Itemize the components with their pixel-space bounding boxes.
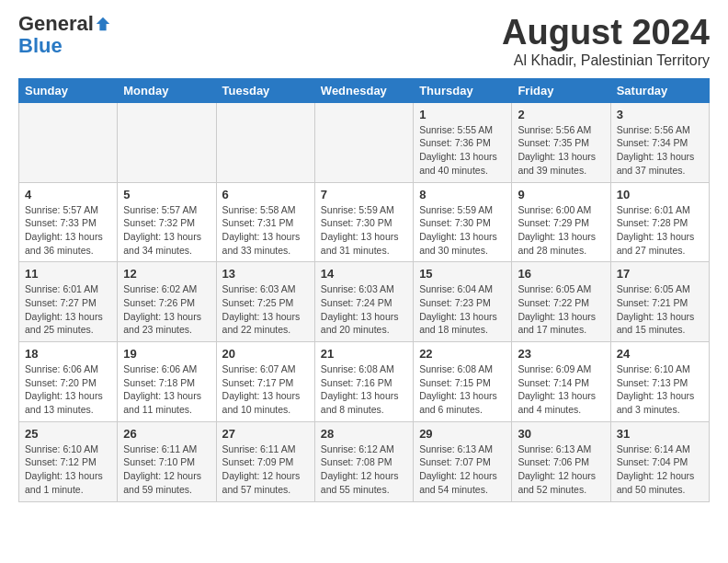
calendar-cell: 14Sunrise: 6:03 AM Sunset: 7:24 PM Dayli… — [314, 262, 413, 342]
day-info: Sunrise: 6:14 AM Sunset: 7:04 PM Dayligh… — [617, 442, 703, 497]
day-info: Sunrise: 5:58 AM Sunset: 7:31 PM Dayligh… — [222, 203, 309, 258]
day-info: Sunrise: 6:08 AM Sunset: 7:15 PM Dayligh… — [419, 362, 506, 417]
calendar-week-row: 4Sunrise: 5:57 AM Sunset: 7:33 PM Daylig… — [19, 182, 710, 262]
calendar-cell: 26Sunrise: 6:11 AM Sunset: 7:10 PM Dayli… — [118, 421, 216, 501]
day-number: 30 — [518, 427, 604, 441]
day-number: 13 — [222, 267, 309, 281]
weekday-header-monday: Monday — [118, 78, 216, 102]
calendar-cell: 9Sunrise: 6:00 AM Sunset: 7:29 PM Daylig… — [512, 182, 610, 262]
day-info: Sunrise: 5:56 AM Sunset: 7:35 PM Dayligh… — [518, 123, 604, 178]
day-number: 31 — [617, 427, 703, 441]
day-info: Sunrise: 6:08 AM Sunset: 7:16 PM Dayligh… — [321, 362, 407, 417]
day-info: Sunrise: 6:12 AM Sunset: 7:08 PM Dayligh… — [321, 442, 407, 497]
svg-marker-0 — [97, 17, 109, 30]
calendar-cell: 13Sunrise: 6:03 AM Sunset: 7:25 PM Dayli… — [216, 262, 314, 342]
calendar-week-row: 11Sunrise: 6:01 AM Sunset: 7:27 PM Dayli… — [19, 262, 710, 342]
calendar-cell: 27Sunrise: 6:11 AM Sunset: 7:09 PM Dayli… — [216, 421, 314, 501]
calendar-cell: 7Sunrise: 5:59 AM Sunset: 7:30 PM Daylig… — [314, 182, 413, 262]
calendar-cell: 12Sunrise: 6:02 AM Sunset: 7:26 PM Dayli… — [118, 262, 216, 342]
weekday-header-thursday: Thursday — [414, 78, 512, 102]
day-info: Sunrise: 5:55 AM Sunset: 7:36 PM Dayligh… — [419, 123, 506, 178]
calendar-week-row: 1Sunrise: 5:55 AM Sunset: 7:36 PM Daylig… — [19, 102, 710, 182]
calendar-cell: 23Sunrise: 6:09 AM Sunset: 7:14 PM Dayli… — [512, 342, 610, 422]
calendar-cell: 2Sunrise: 5:56 AM Sunset: 7:35 PM Daylig… — [512, 102, 610, 182]
weekday-header-tuesday: Tuesday — [216, 78, 314, 102]
calendar-cell: 29Sunrise: 6:13 AM Sunset: 7:07 PM Dayli… — [414, 421, 512, 501]
day-info: Sunrise: 6:05 AM Sunset: 7:21 PM Dayligh… — [617, 282, 703, 337]
calendar-cell — [118, 102, 216, 182]
day-info: Sunrise: 6:04 AM Sunset: 7:23 PM Dayligh… — [419, 282, 506, 337]
weekday-header-wednesday: Wednesday — [314, 78, 413, 102]
calendar-table: SundayMondayTuesdayWednesdayThursdayFrid… — [18, 78, 710, 502]
weekday-header-friday: Friday — [512, 78, 610, 102]
logo-blue-text: Blue — [18, 34, 63, 58]
day-number: 10 — [617, 188, 703, 201]
calendar-cell — [216, 102, 314, 182]
day-number: 20 — [222, 347, 309, 361]
day-number: 24 — [617, 347, 703, 361]
day-info: Sunrise: 6:10 AM Sunset: 7:13 PM Dayligh… — [617, 362, 703, 417]
day-number: 16 — [518, 267, 604, 281]
day-info: Sunrise: 6:06 AM Sunset: 7:18 PM Dayligh… — [123, 362, 210, 417]
day-number: 23 — [518, 347, 604, 361]
day-number: 17 — [617, 267, 703, 281]
day-info: Sunrise: 5:56 AM Sunset: 7:34 PM Dayligh… — [617, 123, 703, 178]
day-info: Sunrise: 5:59 AM Sunset: 7:30 PM Dayligh… — [321, 203, 407, 258]
day-info: Sunrise: 6:01 AM Sunset: 7:28 PM Dayligh… — [617, 203, 703, 258]
weekday-header-sunday: Sunday — [19, 78, 118, 102]
day-number: 4 — [25, 188, 111, 201]
day-number: 27 — [222, 427, 309, 441]
calendar-cell: 30Sunrise: 6:13 AM Sunset: 7:06 PM Dayli… — [512, 421, 610, 501]
calendar-cell: 18Sunrise: 6:06 AM Sunset: 7:20 PM Dayli… — [19, 342, 118, 422]
weekday-header-saturday: Saturday — [610, 78, 709, 102]
day-info: Sunrise: 6:05 AM Sunset: 7:22 PM Dayligh… — [518, 282, 604, 337]
day-info: Sunrise: 6:10 AM Sunset: 7:12 PM Dayligh… — [25, 442, 111, 497]
calendar-cell: 24Sunrise: 6:10 AM Sunset: 7:13 PM Dayli… — [610, 342, 709, 422]
day-info: Sunrise: 6:13 AM Sunset: 7:06 PM Dayligh… — [518, 442, 604, 497]
day-info: Sunrise: 5:57 AM Sunset: 7:33 PM Dayligh… — [25, 203, 111, 258]
calendar-cell: 8Sunrise: 5:59 AM Sunset: 7:30 PM Daylig… — [414, 182, 512, 262]
calendar-cell: 19Sunrise: 6:06 AM Sunset: 7:18 PM Dayli… — [118, 342, 216, 422]
day-number: 14 — [321, 267, 407, 281]
header: General Blue August 2024 Al Khadir, Pale… — [18, 14, 710, 69]
day-number: 9 — [518, 188, 604, 201]
day-number: 29 — [419, 427, 506, 441]
day-number: 1 — [419, 108, 506, 121]
calendar-cell — [19, 102, 118, 182]
calendar-cell: 28Sunrise: 6:12 AM Sunset: 7:08 PM Dayli… — [314, 421, 413, 501]
calendar-cell: 20Sunrise: 6:07 AM Sunset: 7:17 PM Dayli… — [216, 342, 314, 422]
day-number: 7 — [321, 188, 407, 201]
day-info: Sunrise: 6:13 AM Sunset: 7:07 PM Dayligh… — [419, 442, 506, 497]
day-number: 2 — [518, 108, 604, 121]
calendar-week-row: 18Sunrise: 6:06 AM Sunset: 7:20 PM Dayli… — [19, 342, 710, 422]
day-number: 21 — [321, 347, 407, 361]
month-title: August 2024 — [502, 14, 710, 52]
day-info: Sunrise: 5:57 AM Sunset: 7:32 PM Dayligh… — [123, 203, 210, 258]
day-info: Sunrise: 6:06 AM Sunset: 7:20 PM Dayligh… — [25, 362, 111, 417]
calendar-cell: 17Sunrise: 6:05 AM Sunset: 7:21 PM Dayli… — [610, 262, 709, 342]
day-info: Sunrise: 5:59 AM Sunset: 7:30 PM Dayligh… — [419, 203, 506, 258]
calendar-cell: 5Sunrise: 5:57 AM Sunset: 7:32 PM Daylig… — [118, 182, 216, 262]
calendar-cell: 22Sunrise: 6:08 AM Sunset: 7:15 PM Dayli… — [414, 342, 512, 422]
day-number: 22 — [419, 347, 506, 361]
day-info: Sunrise: 6:03 AM Sunset: 7:24 PM Dayligh… — [321, 282, 407, 337]
logo: General Blue — [18, 14, 111, 58]
calendar-cell: 1Sunrise: 5:55 AM Sunset: 7:36 PM Daylig… — [414, 102, 512, 182]
day-number: 6 — [222, 188, 309, 201]
day-info: Sunrise: 6:09 AM Sunset: 7:14 PM Dayligh… — [518, 362, 604, 417]
calendar-cell: 4Sunrise: 5:57 AM Sunset: 7:33 PM Daylig… — [19, 182, 118, 262]
calendar-cell: 16Sunrise: 6:05 AM Sunset: 7:22 PM Dayli… — [512, 262, 610, 342]
day-info: Sunrise: 6:07 AM Sunset: 7:17 PM Dayligh… — [222, 362, 309, 417]
calendar-cell: 31Sunrise: 6:14 AM Sunset: 7:04 PM Dayli… — [610, 421, 709, 501]
day-number: 19 — [123, 347, 210, 361]
day-number: 11 — [25, 267, 111, 281]
calendar-cell — [314, 102, 413, 182]
logo-general-text: General — [18, 14, 94, 34]
calendar-cell: 25Sunrise: 6:10 AM Sunset: 7:12 PM Dayli… — [19, 421, 118, 501]
day-number: 25 — [25, 427, 111, 441]
calendar-cell: 6Sunrise: 5:58 AM Sunset: 7:31 PM Daylig… — [216, 182, 314, 262]
calendar-cell: 3Sunrise: 5:56 AM Sunset: 7:34 PM Daylig… — [610, 102, 709, 182]
day-number: 28 — [321, 427, 407, 441]
day-number: 5 — [123, 188, 210, 201]
day-info: Sunrise: 6:02 AM Sunset: 7:26 PM Dayligh… — [123, 282, 210, 337]
